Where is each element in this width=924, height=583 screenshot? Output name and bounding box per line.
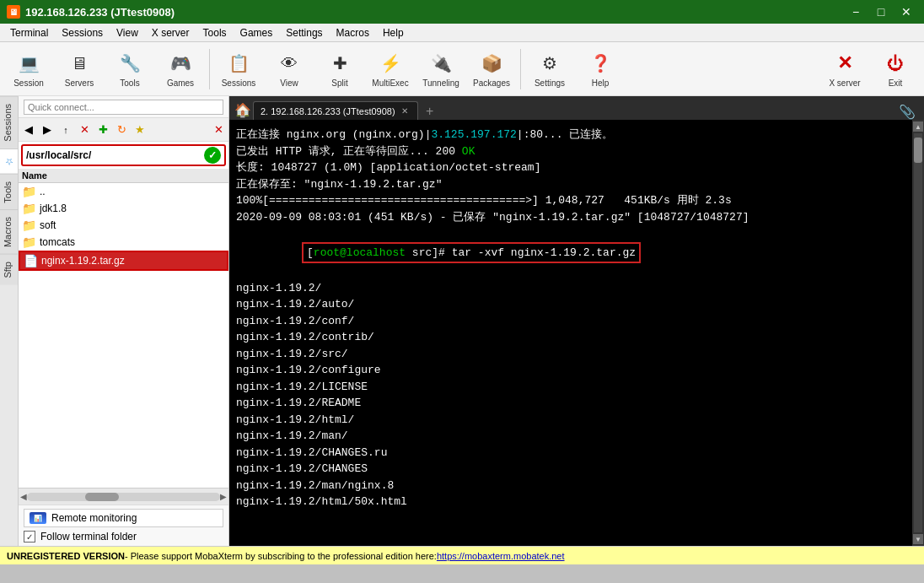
menu-help[interactable]: Help — [376, 25, 411, 40]
support-link[interactable]: https://mobaxterm.mobatek.net — [437, 551, 565, 561]
terminal[interactable]: 正在连接 nginx.org (nginx.org)|3.125.197.172… — [229, 120, 912, 546]
home-button[interactable]: 🏠 — [233, 100, 253, 120]
path-bar: ✓ — [21, 144, 226, 166]
xserver-button[interactable]: ✕ X server — [821, 46, 868, 93]
packages-label: Packages — [473, 78, 510, 88]
terminal-line: nginx-1.19.2/ — [236, 280, 905, 297]
folder-icon: 📁 — [22, 185, 36, 198]
title-bar: 🖥 192.168.126.233 (JTtest0908) − □ ✕ — [0, 0, 924, 24]
bookmark-button[interactable]: ★ — [132, 121, 148, 138]
close-panel-button[interactable]: ✕ — [210, 121, 227, 138]
tab-label: 2. 192.168.126.233 (JTtest0908) — [261, 106, 395, 116]
terminal-tab[interactable]: 2. 192.168.126.233 (JTtest0908) ✕ — [253, 101, 418, 120]
tab-close-button[interactable]: ✕ — [399, 105, 411, 117]
tunneling-label: Tunneling — [422, 78, 459, 88]
list-item[interactable]: 📁 .. — [19, 183, 228, 200]
games-icon: 🎮 — [167, 50, 194, 77]
sidebar-item-sftp[interactable]: Sftp — [0, 254, 18, 285]
list-item[interactable]: 📁 soft — [19, 217, 228, 234]
scroll-track[interactable] — [27, 493, 220, 501]
bottom-controls: 📊 Remote monitoring ✓ Follow terminal fo… — [19, 505, 228, 546]
tab-bar: 🏠 2. 192.168.126.233 (JTtest0908) ✕ + 📎 — [229, 96, 924, 120]
maximize-button[interactable]: □ — [870, 3, 892, 20]
list-item[interactable]: 📁 jdk1.8 — [19, 200, 228, 217]
scroll-up-button[interactable]: ▲ — [913, 121, 923, 132]
quick-connect-input[interactable] — [24, 100, 223, 115]
menu-xserver[interactable]: X server — [145, 25, 196, 40]
nav-forward-button[interactable]: ▶ — [39, 121, 56, 138]
menu-sessions[interactable]: Sessions — [55, 25, 110, 40]
folder-icon: 📁 — [22, 202, 36, 215]
servers-button[interactable]: 🖥 Servers — [56, 46, 103, 93]
sidebar-item-macros[interactable]: Macros — [0, 209, 18, 254]
multiexec-button[interactable]: ⚡ MultiExec — [367, 46, 414, 93]
nav-back-button[interactable]: ◀ — [20, 121, 37, 138]
sessions-button[interactable]: 📋 Sessions — [215, 46, 262, 93]
servers-label: Servers — [65, 78, 94, 88]
split-button[interactable]: ✚ Split — [316, 46, 363, 93]
scroll-thumb[interactable] — [914, 138, 922, 163]
remote-monitoring-button[interactable]: 📊 Remote monitoring — [24, 509, 223, 527]
exit-icon: ⏻ — [882, 50, 909, 77]
menu-settings[interactable]: Settings — [279, 25, 329, 40]
minimize-button[interactable]: − — [845, 3, 867, 20]
terminal-line: nginx-1.19.2/README — [236, 395, 905, 412]
follow-folder-checkbox[interactable]: ✓ Follow terminal folder — [24, 531, 223, 543]
side-tabs: Sessions ☆ Tools Macros Sftp — [0, 96, 19, 546]
menu-view[interactable]: View — [110, 25, 145, 40]
remote-monitoring-icon: 📊 — [30, 512, 46, 524]
tunneling-icon: 🔌 — [427, 50, 454, 77]
sidebar-item-favorites[interactable]: ☆ — [0, 148, 18, 174]
path-input[interactable] — [26, 149, 204, 161]
settings-button[interactable]: ⚙ Settings — [526, 46, 573, 93]
terminal-line: nginx-1.19.2/configure — [236, 362, 905, 379]
menu-terminal[interactable]: Terminal — [3, 25, 55, 40]
scroll-down-button[interactable]: ▼ — [913, 534, 923, 544]
attach-icon[interactable]: 📎 — [894, 104, 921, 120]
right-panel: 🏠 2. 192.168.126.233 (JTtest0908) ✕ + 📎 … — [229, 96, 924, 546]
split-icon: ✚ — [326, 50, 353, 77]
checkbox-icon[interactable]: ✓ — [24, 531, 35, 543]
path-confirm-button[interactable]: ✓ — [204, 147, 221, 164]
refresh-button[interactable]: ↻ — [113, 121, 130, 138]
tools-button[interactable]: 🔧 Tools — [106, 46, 153, 93]
view-button[interactable]: 👁 View — [266, 46, 313, 93]
terminal-scrollbar[interactable]: ▲ ▼ — [912, 120, 924, 546]
exit-button[interactable]: ⏻ Exit — [872, 46, 919, 93]
status-message: - Please support MobaXterm by subscribin… — [125, 551, 437, 561]
menu-games[interactable]: Games — [234, 25, 280, 40]
games-button[interactable]: 🎮 Games — [157, 46, 204, 93]
terminal-line: nginx-1.19.2/CHANGES.ru — [236, 445, 905, 462]
new-tab-button[interactable]: + — [422, 103, 438, 120]
scroll-right-button[interactable]: ▶ — [220, 492, 227, 501]
left-panel: ◀ ▶ ↑ ✕ ✚ ↻ ★ ✕ ✓ Name 📁 .. 📁 jdk1.8 — [19, 96, 229, 546]
sidebar-item-sessions[interactable]: Sessions — [0, 96, 18, 148]
delete-button[interactable]: ✕ — [76, 121, 93, 138]
scroll-track[interactable] — [914, 133, 922, 532]
close-button[interactable]: ✕ — [895, 3, 917, 20]
sidebar-item-tools[interactable]: Tools — [0, 174, 18, 210]
session-button[interactable]: 💻 Session — [5, 46, 52, 93]
list-item[interactable]: 📄 nginx-1.19.2.tar.gz — [19, 251, 228, 271]
horizontal-scrollbar[interactable]: ◀ ▶ — [19, 488, 228, 505]
terminal-line: nginx-1.19.2/auto/ — [236, 296, 905, 313]
list-item[interactable]: 📁 tomcats — [19, 234, 228, 251]
tunneling-button[interactable]: 🔌 Tunneling — [417, 46, 465, 93]
terminal-line: 100%[===================================… — [236, 192, 905, 209]
settings-icon: ⚙ — [536, 50, 563, 77]
window-title: 192.168.126.233 (JTtest0908) — [25, 6, 845, 19]
xserver-icon: ✕ — [831, 50, 858, 77]
nav-up-button[interactable]: ↑ — [57, 121, 74, 138]
sessions-icon: 📋 — [225, 50, 252, 77]
terminal-line: 正在保存至: "nginx-1.19.2.tar.gz" — [236, 176, 905, 193]
scroll-left-button[interactable]: ◀ — [20, 492, 27, 501]
terminal-line: nginx-1.19.2/html/50x.html — [236, 494, 905, 510]
packages-button[interactable]: 📦 Packages — [468, 46, 515, 93]
menu-tools[interactable]: Tools — [196, 25, 234, 40]
file-list-header: Name — [19, 169, 228, 183]
scroll-thumb[interactable] — [85, 493, 119, 501]
unregistered-label: UNREGISTERED VERSION — [7, 551, 125, 561]
menu-macros[interactable]: Macros — [330, 25, 376, 40]
new-folder-button[interactable]: ✚ — [94, 121, 111, 138]
help-button[interactable]: ❓ Help — [577, 46, 624, 93]
